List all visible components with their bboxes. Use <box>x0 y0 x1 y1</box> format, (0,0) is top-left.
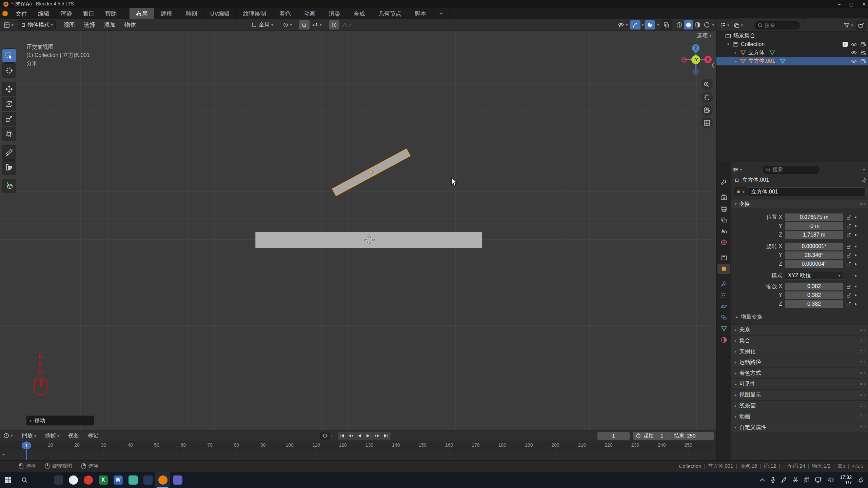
snap-toggle[interactable] <box>299 20 310 29</box>
drag-handle-icon[interactable] <box>860 203 865 205</box>
speaker-icon[interactable] <box>828 477 834 483</box>
measure-tool[interactable] <box>2 160 16 175</box>
taskbar-app-music[interactable] <box>81 472 96 488</box>
workspace-tab[interactable]: 建模 <box>154 8 179 19</box>
shading-dropdown[interactable]: ▾ <box>712 23 714 27</box>
shading-rendered-button[interactable] <box>702 20 711 29</box>
cursor-tool[interactable] <box>2 63 16 78</box>
outliner-row[interactable]: ▸ 立方体.001 <box>716 57 868 65</box>
taskbar-app-excel[interactable]: X <box>96 472 111 488</box>
timeline-menu[interactable]: 回放 ▾ <box>18 432 41 439</box>
selectability-visibility-dropdown[interactable]: ▾ <box>615 20 630 29</box>
panel-运动路径[interactable]: ▸运动路径 <box>731 357 868 367</box>
menu-4[interactable]: 帮助 <box>100 10 122 18</box>
snap-settings-dropdown[interactable]: ▾ <box>310 20 324 29</box>
hide-eye-icon[interactable] <box>851 50 857 55</box>
value-field[interactable]: -0 m <box>785 222 843 230</box>
value-field[interactable]: 0.382 <box>785 283 843 290</box>
outliner-display-mode-button[interactable]: ▾ <box>733 21 745 30</box>
workspace-tab[interactable]: 雕刻 <box>179 8 204 19</box>
taskbar-app-word[interactable]: W <box>111 472 125 488</box>
sidebar-collapse-arrow[interactable]: ❮ <box>711 62 715 67</box>
gizmo-neg-y-axis[interactable]: -Y <box>691 55 700 64</box>
ime-english-indicator[interactable]: 英 <box>793 476 798 484</box>
current-frame-field[interactable]: 1 <box>597 432 630 440</box>
properties-tab-render[interactable] <box>717 192 730 203</box>
properties-tab-object[interactable] <box>717 264 730 274</box>
workspace-tab[interactable]: 脚本 <box>408 8 433 19</box>
menu-2[interactable]: 渲染 <box>55 10 77 18</box>
overlays-toggle[interactable] <box>645 20 655 29</box>
workspace-tab[interactable]: 几何节点 <box>372 8 408 19</box>
blender-menu-icon[interactable] <box>0 11 10 16</box>
panel-实例化[interactable]: ▸实例化 <box>731 346 868 357</box>
pin-icon[interactable] <box>862 178 867 183</box>
lock-icon[interactable] <box>846 244 851 249</box>
play-button[interactable] <box>364 432 373 440</box>
workspace-tab[interactable]: 布局 <box>130 8 154 19</box>
hide-eye-icon[interactable] <box>851 59 857 63</box>
new-collection-button[interactable] <box>856 21 866 30</box>
outliner-row[interactable]: 场景集合 <box>716 32 868 40</box>
properties-tab-output[interactable] <box>717 204 730 214</box>
viewport-menu[interactable]: 选择 <box>79 21 100 29</box>
panel-动画[interactable]: ▸动画 <box>731 411 868 422</box>
outliner-row[interactable]: ▸ 立方体 <box>716 48 868 57</box>
tray-expand-icon[interactable] <box>760 478 765 482</box>
properties-options-dropdown[interactable]: ▾ <box>863 167 865 172</box>
lock-icon[interactable] <box>846 232 851 238</box>
annotate-tool[interactable] <box>2 145 16 160</box>
animate-dot[interactable] <box>855 275 856 277</box>
disable-render-camera-icon[interactable] <box>860 50 866 55</box>
exclude-checkbox[interactable]: ✓ <box>843 42 848 47</box>
navigation-gizmo[interactable]: Z X -Y <box>680 44 712 77</box>
operator-redo-panel[interactable]: ▸移动 <box>26 415 94 426</box>
animate-dot[interactable] <box>855 294 856 296</box>
value-field[interactable]: 1.7187 m <box>785 231 843 239</box>
animate-dot[interactable] <box>855 255 856 256</box>
zoom-button[interactable] <box>701 79 713 90</box>
viewport-menu[interactable]: 添加 <box>100 21 120 29</box>
editor-type-button[interactable]: ▾ <box>1 20 16 29</box>
xray-toggle[interactable] <box>661 20 672 29</box>
panel-视图显示[interactable]: ▸视图显示 <box>731 389 868 400</box>
add-cube-tool[interactable] <box>2 179 16 193</box>
properties-tab-scene[interactable] <box>717 226 730 236</box>
properties-tab-material[interactable] <box>717 335 730 345</box>
transform-panel-header[interactable]: ▾变换 <box>731 200 868 208</box>
pivot-point-dropdown[interactable]: ▾ <box>280 20 295 29</box>
taskbar-clock[interactable]: 17:32 1/7 <box>840 474 852 485</box>
workspace-tab[interactable]: 动画 <box>298 8 322 19</box>
gizmos-toggle[interactable] <box>630 20 640 29</box>
panel-着色方式[interactable]: ▸着色方式 <box>731 368 868 378</box>
proportional-falloff-dropdown[interactable]: ▾ <box>339 20 354 29</box>
prev-keyframe-button[interactable] <box>347 432 355 440</box>
timeline-menu[interactable]: 标记 <box>83 432 103 439</box>
maximize-button[interactable]: ▢ <box>849 2 853 7</box>
lock-icon[interactable] <box>846 262 851 267</box>
filter-dropdown[interactable]: ▾ <box>843 21 854 30</box>
value-field[interactable]: XYZ 欧拉▾ <box>785 272 843 280</box>
lock-icon[interactable] <box>846 253 851 258</box>
value-field[interactable]: 0.382 <box>785 300 843 308</box>
properties-tab-particles[interactable] <box>717 290 730 300</box>
pan-hand-button[interactable] <box>701 92 713 103</box>
frame-range-fields[interactable]: 起始 1 | 结束 250 <box>633 432 714 440</box>
viewport-3d[interactable]: 正交前视图 (1) Collection | 立方体.001 分米 选项▾ Z … <box>0 31 716 430</box>
transform-tool[interactable] <box>2 127 16 141</box>
ink-pen-icon[interactable] <box>781 477 787 483</box>
value-field[interactable]: 0.000001° <box>785 243 843 250</box>
animate-dot[interactable] <box>855 225 856 227</box>
properties-tab-collection[interactable] <box>717 252 730 263</box>
shading-material-button[interactable] <box>693 20 702 29</box>
viewport-menu[interactable]: 物体 <box>120 21 140 29</box>
properties-tab-view-layer[interactable] <box>717 215 730 225</box>
value-field[interactable]: 0.076575 m <box>785 214 843 221</box>
play-reverse-button[interactable] <box>355 432 364 440</box>
lock-icon[interactable] <box>846 215 851 220</box>
taskbar-app-qq[interactable] <box>66 472 81 488</box>
timeline-channels[interactable]: ▸ <box>0 450 716 460</box>
camera-view-button[interactable] <box>701 104 713 116</box>
timeline-editor-type-button[interactable]: ▾ <box>2 431 14 440</box>
delta-transform-subpanel[interactable]: ▸增量变换 <box>736 312 868 322</box>
